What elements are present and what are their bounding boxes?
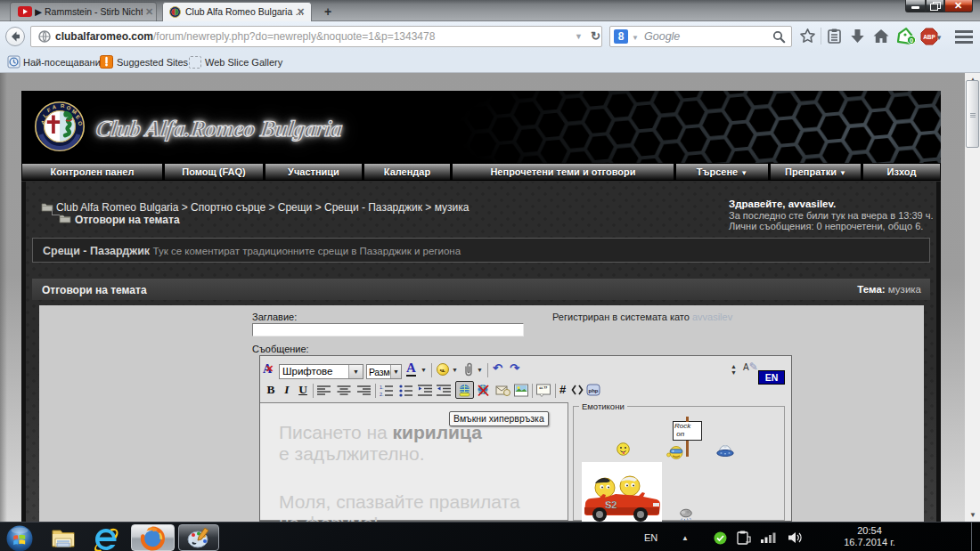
svg-text:ABP: ABP — [923, 34, 935, 40]
svg-text:0: 0 — [910, 36, 913, 45]
svg-text:2.: 2. — [380, 392, 384, 397]
svg-text:R: R — [61, 103, 65, 109]
svg-text:1.: 1. — [380, 385, 384, 390]
svg-text:php: php — [589, 388, 599, 393]
svg-text:”: ” — [543, 385, 548, 393]
svg-text:S2: S2 — [605, 499, 617, 510]
